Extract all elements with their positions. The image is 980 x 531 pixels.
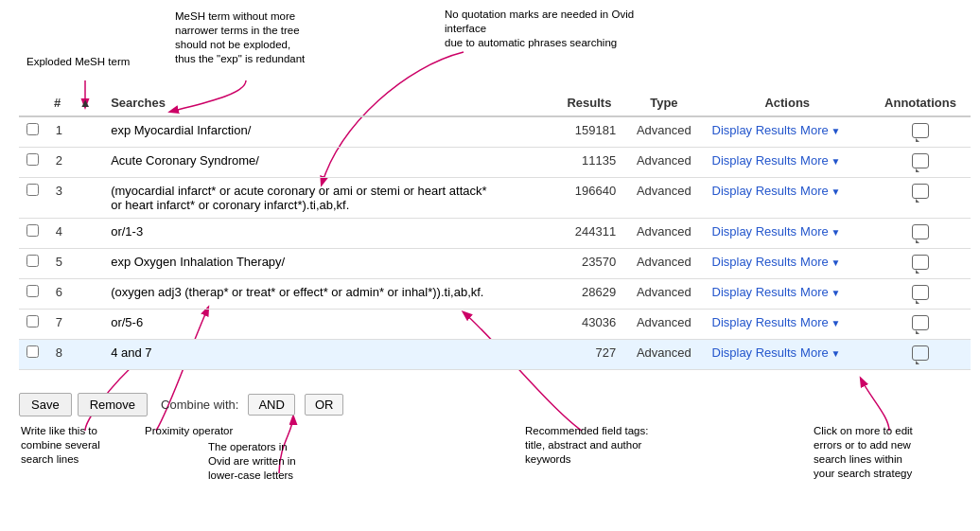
- comment-icon[interactable]: [912, 255, 929, 270]
- row-actions: Display ResultsMore: [705, 219, 870, 249]
- row-annotation-icon[interactable]: [870, 340, 971, 370]
- more-button[interactable]: More: [800, 224, 840, 239]
- row-search-text: exp Myocardial Infarction/: [103, 116, 554, 148]
- col-header-annotations: Annotations: [870, 90, 971, 116]
- comment-icon[interactable]: [912, 184, 929, 199]
- row-number: 8: [46, 340, 72, 370]
- bottom-bar: Save Remove Combine with: AND OR: [19, 393, 343, 416]
- more-button[interactable]: More: [800, 345, 840, 360]
- row-search-text: or/1-3: [103, 219, 554, 249]
- row-type: Advanced: [623, 219, 704, 249]
- comment-icon[interactable]: [912, 224, 929, 239]
- annotation-exploded-mesh: Exploded MeSH term: [26, 55, 130, 69]
- display-results-link[interactable]: Display Results: [712, 315, 797, 329]
- row-checkbox[interactable]: [26, 315, 39, 327]
- comment-icon[interactable]: [912, 123, 929, 138]
- remove-button[interactable]: Remove: [78, 393, 148, 416]
- row-results: 43036: [555, 310, 624, 340]
- and-button[interactable]: AND: [248, 394, 294, 416]
- annotation-operators-lowercase: The operators inOvid are written inlower…: [208, 440, 331, 483]
- row-search-text: or/5-6: [103, 310, 554, 340]
- table-row: 2Acute Coronary Syndrome/11135AdvancedDi…: [19, 148, 971, 178]
- row-sort-cell: [72, 279, 103, 310]
- annotation-field-tags: Recommended field tags:title, abstract a…: [525, 424, 676, 467]
- row-sort-cell: [72, 148, 103, 178]
- row-annotation-icon[interactable]: [870, 178, 971, 219]
- row-actions: Display ResultsMore: [705, 279, 870, 310]
- row-search-text: 4 and 7: [103, 340, 554, 370]
- row-type: Advanced: [623, 178, 704, 219]
- table-row: 4or/1-3244311AdvancedDisplay ResultsMore: [19, 219, 971, 249]
- row-annotation-icon[interactable]: [870, 310, 971, 340]
- row-actions: Display ResultsMore: [705, 116, 870, 148]
- row-annotation-icon[interactable]: [870, 116, 971, 148]
- col-header-num: #: [46, 90, 72, 116]
- col-header-results: Results: [555, 90, 624, 116]
- row-checkbox[interactable]: [26, 123, 39, 135]
- comment-icon[interactable]: [912, 315, 929, 330]
- display-results-link[interactable]: Display Results: [712, 345, 797, 360]
- annotation-write-combine: Write like this tocombine severalsearch …: [21, 424, 134, 467]
- row-actions: Display ResultsMore: [705, 148, 870, 178]
- row-search-text: Acute Coronary Syndrome/: [103, 148, 554, 178]
- col-header-sort[interactable]: ▲: [72, 90, 103, 116]
- display-results-link[interactable]: Display Results: [712, 224, 797, 239]
- display-results-link[interactable]: Display Results: [712, 255, 797, 269]
- more-button[interactable]: More: [800, 184, 840, 198]
- row-number: 1: [46, 116, 72, 148]
- save-button[interactable]: Save: [19, 393, 72, 416]
- row-sort-cell: [72, 340, 103, 370]
- table-row: 5exp Oxygen Inhalation Therapy/23570Adva…: [19, 249, 971, 279]
- row-results: 23570: [555, 249, 624, 279]
- row-actions: Display ResultsMore: [705, 178, 870, 219]
- row-results: 159181: [555, 116, 624, 148]
- row-checkbox[interactable]: [26, 224, 39, 237]
- row-annotation-icon[interactable]: [870, 148, 971, 178]
- table-wrapper: # ▲ Searches Results Type Actions Annota…: [19, 90, 971, 370]
- display-results-link[interactable]: Display Results: [712, 184, 797, 198]
- table-row: 7or/5-643036AdvancedDisplay ResultsMore: [19, 310, 971, 340]
- or-button[interactable]: OR: [305, 394, 344, 416]
- display-results-link[interactable]: Display Results: [712, 153, 797, 168]
- col-header-checkbox: [19, 90, 46, 116]
- row-annotation-icon[interactable]: [870, 279, 971, 310]
- row-checkbox[interactable]: [26, 285, 39, 297]
- more-button[interactable]: More: [800, 153, 840, 168]
- row-actions: Display ResultsMore: [705, 340, 870, 370]
- row-number: 5: [46, 249, 72, 279]
- row-type: Advanced: [623, 249, 704, 279]
- display-results-link[interactable]: Display Results: [712, 285, 797, 299]
- table-row: 1exp Myocardial Infarction/159181Advance…: [19, 116, 971, 148]
- row-actions: Display ResultsMore: [705, 310, 870, 340]
- col-header-type: Type: [623, 90, 704, 116]
- row-results: 196640: [555, 178, 624, 219]
- search-table: # ▲ Searches Results Type Actions Annota…: [19, 90, 971, 370]
- table-row: 84 and 7727AdvancedDisplay ResultsMore: [19, 340, 971, 370]
- combine-with-label: Combine with:: [161, 398, 238, 412]
- row-checkbox[interactable]: [26, 153, 39, 166]
- row-number: 6: [46, 279, 72, 310]
- row-search-text: (oxygen adj3 (therap* or treat* or effec…: [103, 279, 554, 310]
- comment-icon[interactable]: [912, 153, 929, 168]
- row-type: Advanced: [623, 310, 704, 340]
- row-checkbox[interactable]: [26, 184, 39, 196]
- row-annotation-icon[interactable]: [870, 249, 971, 279]
- row-checkbox[interactable]: [26, 345, 39, 358]
- row-sort-cell: [72, 178, 103, 219]
- comment-icon[interactable]: [912, 345, 929, 361]
- row-type: Advanced: [623, 340, 704, 370]
- more-button[interactable]: More: [800, 123, 840, 137]
- comment-icon[interactable]: [912, 285, 929, 300]
- row-checkbox[interactable]: [26, 255, 39, 267]
- row-results: 727: [555, 340, 624, 370]
- row-search-text: exp Oxygen Inhalation Therapy/: [103, 249, 554, 279]
- more-button[interactable]: More: [800, 315, 840, 329]
- more-button[interactable]: More: [800, 285, 840, 299]
- more-button[interactable]: More: [800, 255, 840, 269]
- row-annotation-icon[interactable]: [870, 219, 971, 249]
- main-container: Exploded MeSH term MeSH term without mor…: [0, 0, 980, 531]
- display-results-link[interactable]: Display Results: [712, 123, 797, 137]
- row-actions: Display ResultsMore: [705, 249, 870, 279]
- annotation-no-quotes: No quotation marks are needed in Ovid in…: [445, 8, 662, 50]
- row-results: 28629: [555, 279, 624, 310]
